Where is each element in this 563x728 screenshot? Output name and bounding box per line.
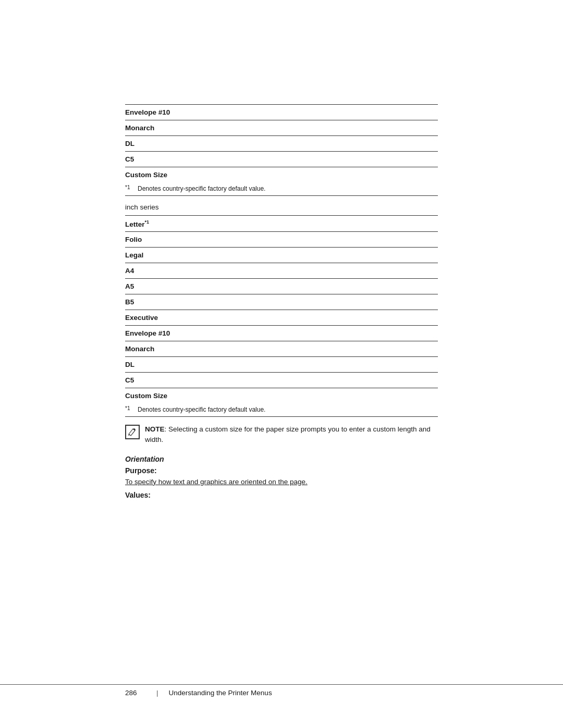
table-row: Monarch — [125, 120, 438, 135]
footnote-marker-first: *1 — [125, 184, 136, 193]
table-cell-a5: A5 — [125, 281, 438, 291]
note-text: NOTE: Selecting a custom size for the pa… — [145, 424, 438, 446]
table-cell-a4: A4 — [125, 266, 438, 276]
second-table: Letter*1 Folio Legal A4 A5 B5 Executive — [125, 215, 438, 417]
table-cell-envelope10-first: Envelope #10 — [125, 107, 438, 117]
table-row: Monarch — [125, 341, 438, 356]
first-table: Envelope #10 Monarch DL C5 Custom Size *… — [125, 104, 438, 196]
note-body: : Selecting a custom size for the paper … — [145, 425, 431, 443]
footer-text: Understanding the Printer Menus — [169, 689, 272, 697]
footer-separator: | — [156, 689, 158, 697]
table-row: Envelope #10 — [125, 325, 438, 341]
table-row: Legal — [125, 247, 438, 263]
table-cell-b5: B5 — [125, 297, 438, 307]
table-cell-legal: Legal — [125, 250, 438, 260]
pencil-icon — [128, 428, 137, 436]
purpose-label: Purpose: — [125, 466, 438, 475]
purpose-text: To specify how text and graphics are ori… — [125, 478, 438, 486]
table-cell-folio: Folio — [125, 235, 438, 244]
table-row: Envelope #10 — [125, 104, 438, 120]
table-cell-executive: Executive — [125, 313, 438, 323]
letter-superscript: *1 — [145, 219, 150, 225]
content-area: Envelope #10 Monarch DL C5 Custom Size *… — [0, 0, 563, 534]
footnote-row-second: *1 Denotes country-specific factory defa… — [125, 403, 438, 417]
table-cell-customsize-second: Custom Size — [125, 391, 438, 401]
table-row: Letter*1 — [125, 215, 438, 232]
table-cell-letter: Letter*1 — [125, 218, 438, 229]
table-cell-c5-first: C5 — [125, 154, 438, 164]
table-row: B5 — [125, 294, 438, 310]
footer-page-number: 286 — [125, 689, 146, 697]
table-cell-dl-second: DL — [125, 360, 438, 369]
footnote-text-first: Denotes country-specific factory default… — [138, 184, 265, 193]
page-footer: 286 | Understanding the Printer Menus — [0, 684, 563, 697]
table-cell-c5-second: C5 — [125, 375, 438, 385]
footnote-marker-second: *1 — [125, 405, 136, 414]
letter-label: Letter — [125, 220, 145, 228]
table-cell-monarch-first: Monarch — [125, 123, 438, 133]
table-row: Custom Size — [125, 388, 438, 403]
table-row: A4 — [125, 263, 438, 278]
footnote-text-second: Denotes country-specific factory default… — [138, 405, 265, 414]
table-row: DL — [125, 356, 438, 372]
table-row: C5 — [125, 372, 438, 388]
note-box: NOTE: Selecting a custom size for the pa… — [125, 424, 438, 446]
table-row: Executive — [125, 310, 438, 325]
table-row: Folio — [125, 231, 438, 247]
note-icon — [125, 425, 140, 439]
table-row: DL — [125, 135, 438, 151]
table-row: C5 — [125, 151, 438, 167]
section-label-inch: inch series — [125, 203, 438, 211]
values-label: Values: — [125, 491, 438, 499]
page-container: Envelope #10 Monarch DL C5 Custom Size *… — [0, 0, 563, 728]
orientation-label: Orientation — [125, 455, 438, 463]
note-prefix: NOTE — [145, 425, 165, 433]
table-cell-customsize-first: Custom Size — [125, 170, 438, 180]
table-cell-dl-first: DL — [125, 139, 438, 149]
table-cell-envelope10-second: Envelope #10 — [125, 328, 438, 338]
footnote-row-first: *1 Denotes country-specific factory defa… — [125, 182, 438, 196]
table-row: Custom Size — [125, 167, 438, 182]
table-row: A5 — [125, 278, 438, 294]
table-cell-monarch-second: Monarch — [125, 344, 438, 354]
